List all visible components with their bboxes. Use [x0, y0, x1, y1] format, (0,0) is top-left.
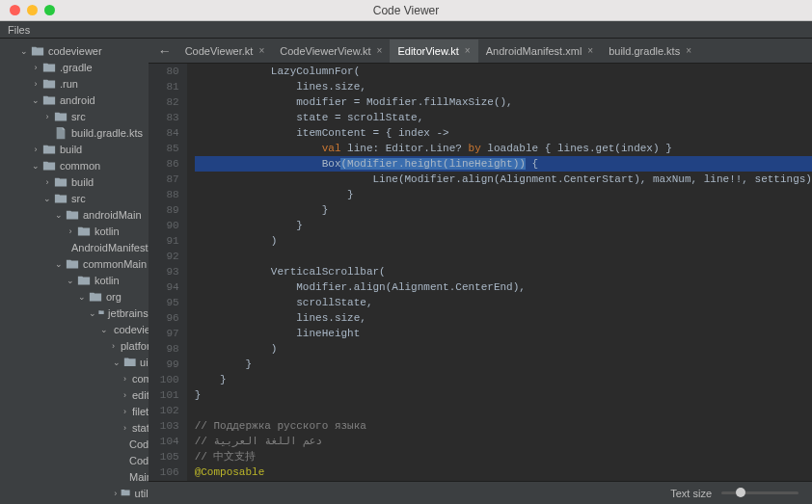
tree-item-label: build.gradle.kts [71, 127, 143, 139]
tree-item[interactable]: ⌄kotlin [0, 272, 149, 288]
line-number: 91 [149, 233, 179, 249]
tree-item[interactable]: ›platform [0, 337, 149, 354]
tree-item[interactable]: ›src [0, 108, 149, 124]
tree-item[interactable]: ⌄common [0, 157, 149, 173]
slider-thumb[interactable] [736, 488, 745, 497]
tree-item-label: jetbrains [108, 307, 149, 319]
close-tab-icon[interactable]: × [587, 45, 593, 56]
tree-item-label: statusbar [132, 422, 149, 434]
line-number: 90 [149, 218, 179, 233]
files-panel-header: Files [0, 21, 812, 39]
tree-item[interactable]: ⌄commonMain [0, 255, 149, 272]
chevron-right-icon[interactable]: › [123, 423, 126, 433]
text-size-slider[interactable] [721, 491, 798, 494]
window-controls [0, 5, 55, 15]
chevron-down-icon[interactable]: ⌄ [89, 308, 96, 318]
chevron-right-icon[interactable]: › [123, 374, 126, 384]
code-line: lines.size, [195, 79, 812, 94]
text-size-label: Text size [670, 488, 712, 499]
folder-icon [42, 77, 56, 91]
tree-item[interactable]: ⌄org [0, 288, 149, 305]
tab-label: EditorView.kt [397, 45, 458, 57]
tab[interactable]: CodeViewerView.kt× [272, 40, 390, 63]
chevron-right-icon[interactable]: › [42, 112, 52, 121]
chevron-down-icon[interactable]: ⌄ [77, 292, 87, 302]
tree-item[interactable]: ⌄jetbrains [0, 305, 149, 321]
tree-item[interactable]: ⌄ui [0, 354, 149, 370]
code-line: // دعم اللغة العربية [195, 434, 812, 449]
chevron-down-icon[interactable]: ⌄ [112, 358, 122, 367]
tree-item-label: AndroidManifest.xml [71, 242, 149, 253]
chevron-down-icon[interactable]: ⌄ [54, 210, 64, 220]
tree-item[interactable]: ⌄src [0, 190, 149, 206]
chevron-down-icon[interactable]: ⌄ [31, 161, 41, 171]
chevron-down-icon[interactable]: ⌄ [19, 46, 29, 56]
line-number: 86 [149, 156, 179, 172]
chevron-right-icon[interactable]: › [112, 341, 115, 351]
tab[interactable]: AndroidManifest.xml× [478, 40, 602, 63]
code-editor[interactable]: 8081828384858687888990919293949596979899… [149, 64, 812, 481]
minimize-window-icon[interactable] [27, 5, 38, 15]
tree-item[interactable]: ›common [0, 370, 149, 386]
chevron-down-icon[interactable]: ⌄ [42, 194, 52, 203]
chevron-right-icon[interactable]: › [66, 226, 75, 236]
tree-item[interactable]: ›editor [0, 386, 149, 403]
chevron-right-icon[interactable]: › [123, 407, 126, 416]
tree-item[interactable]: ›util [0, 485, 149, 501]
tree-item[interactable]: build.gradle.kts [0, 124, 149, 141]
back-icon[interactable]: ← [152, 43, 177, 59]
code-line: scrollState, [195, 295, 812, 310]
line-number: 81 [149, 79, 179, 94]
chevron-right-icon[interactable]: › [123, 390, 126, 400]
chevron-right-icon[interactable]: › [31, 63, 41, 72]
line-number: 100 [149, 372, 179, 387]
chevron-down-icon[interactable]: ⌄ [54, 259, 64, 269]
tab-label: build.gradle.kts [609, 45, 680, 57]
tree-item[interactable]: ⌄codeviewer [0, 321, 149, 337]
close-window-icon[interactable] [10, 5, 20, 15]
chevron-down-icon[interactable]: ⌄ [100, 325, 108, 334]
folder-icon [77, 225, 91, 238]
tree-item[interactable]: ›filetree [0, 403, 149, 419]
tree-item[interactable]: ⌄android [0, 92, 149, 108]
tree-item[interactable]: ⌄androidMain [0, 206, 149, 223]
editor-area: ← CodeViewer.kt×CodeViewerView.kt×Editor… [149, 39, 812, 504]
tree-item[interactable]: ›build [0, 141, 149, 157]
close-tab-icon[interactable]: × [377, 45, 383, 56]
tab[interactable]: build.gradle.kts× [601, 40, 699, 63]
code-line: } [195, 202, 812, 218]
chevron-down-icon[interactable]: ⌄ [31, 95, 41, 105]
tree-item[interactable]: MainView.kt [0, 468, 149, 485]
chevron-right-icon[interactable]: › [112, 489, 119, 498]
tab[interactable]: EditorView.kt× [390, 40, 477, 63]
chevron-down-icon[interactable]: ⌄ [66, 276, 75, 285]
file-tree[interactable]: ⌄codeviewer›.gradle›.run⌄android›srcbuil… [0, 39, 149, 504]
code-line: lineHeight [195, 326, 812, 341]
tree-item[interactable]: CodeViewerView.kt [0, 452, 149, 468]
tree-item[interactable]: ›.run [0, 75, 149, 92]
tree-item[interactable]: ›statusbar [0, 419, 149, 436]
tree-item[interactable]: CodeViewer.kt [0, 436, 149, 452]
close-tab-icon[interactable]: × [686, 45, 691, 56]
chevron-right-icon[interactable]: › [42, 177, 52, 187]
code-line: state = scrollState, [195, 110, 812, 125]
code-lines: LazyColumnFor( lines.size, modifier = Mo… [187, 64, 812, 481]
maximize-window-icon[interactable] [44, 5, 55, 15]
chevron-right-icon[interactable]: › [31, 145, 41, 154]
status-bar: Text size [149, 481, 812, 504]
line-number: 105 [149, 449, 179, 464]
tree-item-label: androidMain [83, 209, 142, 221]
files-label: Files [8, 24, 30, 36]
tree-item[interactable]: ⌄codeviewer [0, 42, 149, 59]
code-line: Modifier.align(Alignment.CenterEnd), [195, 279, 812, 295]
close-tab-icon[interactable]: × [258, 45, 264, 56]
tree-item-label: commonMain [83, 258, 147, 270]
tab[interactable]: CodeViewer.kt× [177, 40, 273, 63]
tree-item[interactable]: AndroidManifest.xml [0, 239, 149, 255]
tree-item[interactable]: ›build [0, 173, 149, 190]
chevron-right-icon[interactable]: › [31, 79, 41, 89]
tree-item[interactable]: ›kotlin [0, 223, 149, 239]
close-tab-icon[interactable]: × [465, 45, 471, 56]
tree-item[interactable]: ›.gradle [0, 59, 149, 75]
code-line: ) [195, 341, 812, 357]
